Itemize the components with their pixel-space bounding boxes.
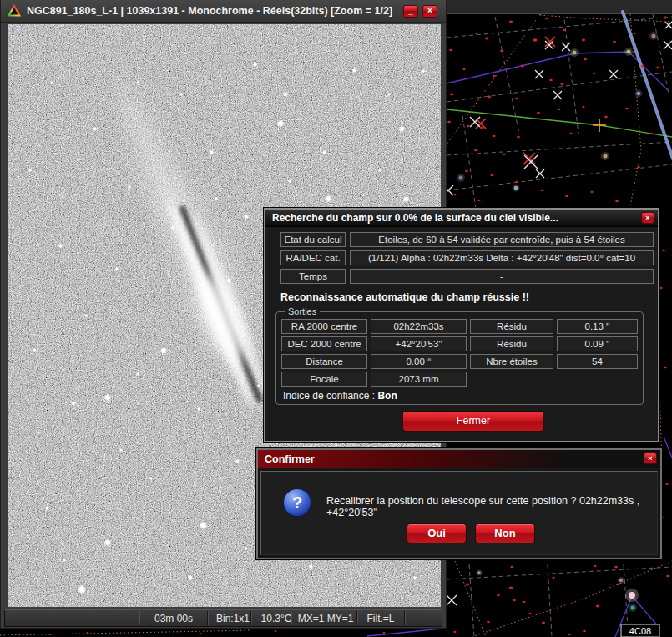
- red-star: [549, 79, 553, 82]
- red-star: [493, 135, 495, 137]
- red-star: [665, 483, 668, 485]
- milkyway-line: [623, 12, 672, 159]
- red-star: [614, 566, 618, 569]
- red-star: [583, 630, 586, 633]
- field-star: [604, 154, 608, 159]
- red-star: [552, 577, 554, 579]
- minimize-button[interactable]: _: [403, 5, 418, 18]
- oui-button[interactable]: Oui: [407, 523, 467, 543]
- image-star: [325, 195, 331, 202]
- image-star: [215, 197, 218, 200]
- image-star: [128, 185, 131, 189]
- red-star: [513, 599, 516, 602]
- dec-centre-label: DEC 2000 centre: [281, 336, 367, 351]
- solve-dialog: Recherche du champ sur 0.0% de la surfac…: [264, 208, 659, 442]
- red-star: [49, 634, 52, 635]
- image-star: [33, 348, 37, 352]
- image-star: [352, 68, 356, 73]
- image-star: [78, 585, 86, 594]
- image-star: [71, 401, 76, 406]
- red-star: [447, 121, 451, 124]
- info-row: Etat du calcul Etoiles, de 60 à 54 valid…: [280, 232, 654, 247]
- red-star: [613, 41, 616, 43]
- red-star: [450, 94, 453, 96]
- etat-calcul-label: Etat du calcul: [280, 232, 346, 247]
- residu-dec-label: Résidu: [470, 336, 553, 351]
- image-star: [210, 315, 213, 317]
- window-titlebar[interactable]: NGC891_180s_L-1 | 1039x1391 - Monochrome…: [1, 0, 446, 23]
- red-star: [383, 632, 386, 634]
- boundary-line: [447, 14, 540, 144]
- red-star: [664, 17, 667, 19]
- red-star: [568, 634, 571, 636]
- radec-cat-value: (1/121) Alpha : 02h22m33s Delta : +42°20…: [350, 250, 654, 265]
- oui-label-rest: ui: [436, 527, 446, 539]
- plus-marker: [593, 119, 606, 132]
- red-star: [533, 38, 538, 42]
- image-star: [403, 196, 409, 202]
- field-star: [652, 34, 656, 38]
- image-star: [63, 559, 66, 562]
- red-star: [503, 154, 505, 155]
- red-cross-marker: [523, 153, 535, 164]
- red-star: [485, 38, 488, 40]
- confidence-label: Indice de confiance :: [283, 390, 375, 402]
- confidence-value: Bon: [377, 390, 397, 402]
- temps-value: -: [350, 269, 654, 284]
- cross-marker: [562, 43, 570, 51]
- residu-dec-value: 0.09 '': [557, 336, 638, 351]
- nbre-etoiles-value: 54: [557, 354, 638, 369]
- status-separator: [404, 611, 406, 625]
- residu-ra-value: 0.13 '': [557, 319, 638, 334]
- image-star: [253, 63, 257, 67]
- success-message: Reconnaissance automatique du champ réus…: [280, 291, 654, 303]
- red-star: [517, 136, 520, 139]
- image-star: [245, 547, 248, 550]
- temps-label: Temps: [280, 269, 346, 284]
- red-star: [528, 613, 531, 614]
- red-star: [467, 125, 469, 127]
- field-star: [619, 579, 623, 582]
- grid-line: [469, 564, 474, 637]
- confirm-close-button[interactable]: ×: [644, 452, 657, 464]
- image-star: [149, 477, 153, 480]
- red-star: [474, 149, 477, 152]
- red-star: [488, 96, 491, 99]
- image-star: [197, 407, 200, 411]
- red-star: [465, 170, 468, 173]
- non-button[interactable]: Non: [475, 523, 535, 543]
- image-star: [84, 314, 88, 317]
- confirm-titlebar[interactable]: Confirmer ×: [258, 450, 660, 468]
- grid-line: [447, 164, 672, 190]
- image-star: [159, 139, 161, 142]
- solve-close-button[interactable]: ×: [641, 212, 654, 224]
- status-separator: [356, 611, 358, 625]
- distance-label: Distance: [281, 354, 367, 369]
- etat-calcul-value: Etoiles, de 60 à 54 validée par centroïd…: [350, 232, 654, 247]
- solve-dialog-body: Etat du calcul Etoiles, de 60 à 54 valid…: [265, 227, 658, 432]
- output-row: Focale 2073 mm: [281, 372, 638, 387]
- window-title: NGC891_180s_L-1 | 1039x1391 - Monochrome…: [27, 5, 397, 17]
- field-star: [514, 186, 518, 190]
- solve-dialog-titlebar[interactable]: Recherche du champ sur 0.0% de la surfac…: [265, 210, 658, 227]
- residu-ra-label: Résidu: [470, 319, 553, 334]
- red-star: [475, 33, 477, 34]
- fermer-button[interactable]: Fermer: [402, 411, 544, 432]
- red-star: [582, 106, 584, 108]
- close-button[interactable]: ×: [422, 5, 437, 18]
- image-star: [322, 150, 326, 154]
- image-star: [399, 126, 405, 132]
- status-filter: Filt.=L: [359, 612, 402, 625]
- status-bar: 03m 00s Bin:1x1 -10.3°C MX=1 MY=1 Filt.=…: [4, 609, 442, 627]
- output-row: Distance 0.00 ° Nbre étoiles 54: [281, 354, 638, 369]
- dec-centre-value: +42°20'53": [371, 336, 467, 351]
- cross-marker: [536, 169, 544, 178]
- status-binning: Bin:1x1: [210, 612, 256, 625]
- field-star: [477, 571, 481, 574]
- field-star: [631, 606, 635, 610]
- red-star: [563, 29, 565, 31]
- grid-line: [447, 142, 672, 155]
- non-label-rest: on: [503, 527, 516, 539]
- red-star: [633, 33, 635, 34]
- grid-line: [447, 17, 672, 38]
